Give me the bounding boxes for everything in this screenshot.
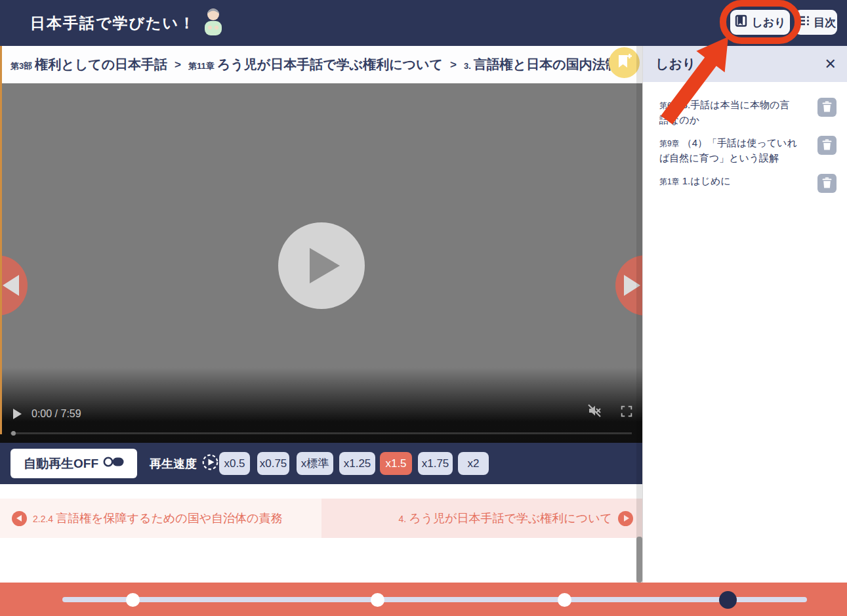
toc-list-icon xyxy=(796,14,810,30)
speed-button-1-5-selected[interactable]: x1.5 xyxy=(380,452,412,475)
bookmarks-button-label: しおり xyxy=(751,15,785,30)
bookmark-item: 第6章3.手話は本当に本物の言語なのか xyxy=(659,98,837,127)
fullscreen-icon[interactable] xyxy=(619,404,634,421)
bookmark-icon xyxy=(734,14,748,31)
seek-bar[interactable] xyxy=(10,432,632,434)
delete-bookmark-button[interactable] xyxy=(817,98,837,117)
page-edge-stripe xyxy=(0,46,2,434)
breadcrumb-item-chapter: 第11章 ろう児が日本手話で学ぶ権利について xyxy=(188,56,443,73)
play-icon[interactable] xyxy=(13,409,22,419)
video-controls: 0:00 / 7:59 xyxy=(0,367,642,443)
close-icon[interactable]: ✕ xyxy=(825,56,837,73)
app-title: 日本手話で学びたい！ xyxy=(30,13,196,33)
delete-bookmark-button[interactable] xyxy=(817,136,837,155)
trash-icon xyxy=(822,139,832,152)
prev-section-title: 言語権を保障するための国や自治体の責務 xyxy=(56,512,282,525)
breadcrumb-item-part: 第3部 権利としての日本手話 xyxy=(10,56,167,73)
bookmark-link[interactable]: 第9章（4）「手話は使っていれば自然に育つ」という誤解 xyxy=(659,136,798,165)
prev-video-button[interactable] xyxy=(0,255,28,316)
seek-knob[interactable] xyxy=(11,431,16,436)
breadcrumb-item-section: 3. 言語権と日本の国内法制 xyxy=(464,56,619,73)
speed-button-normal[interactable]: x標準 xyxy=(297,452,333,475)
next-section-number: 4. xyxy=(399,514,407,524)
signer-avatar-icon xyxy=(202,7,224,39)
section-pager: 2.2.4言語権を保障するための国や自治体の責務 4.ろう児が日本手話で学ぶ権利… xyxy=(0,499,642,538)
scrollbar-thumb[interactable] xyxy=(636,537,642,583)
bookmarks-panel-title: しおり xyxy=(655,55,695,73)
bookmarks-panel: しおり ✕ 第6章3.手話は本当に本物の言語なのか xyxy=(642,46,847,583)
bookmark-title: （4）「手話は使っていれば自然に育つ」という誤解 xyxy=(659,137,797,163)
video-player[interactable]: 0:00 / 7:59 xyxy=(0,83,642,443)
breadcrumb-label: 権利としての日本手話 xyxy=(35,56,167,73)
bookmark-item: 第9章（4）「手話は使っていれば自然に育つ」という誤解 xyxy=(659,136,837,165)
bookmarks-button[interactable]: しおり xyxy=(730,10,790,35)
speed-label-wrap: 再生速度 xyxy=(150,443,219,484)
breadcrumb-label: 言語権と日本の国内法制 xyxy=(474,56,619,73)
breadcrumb: 第3部 権利としての日本手話 > 第11章 ろう児が日本手話で学ぶ権利について … xyxy=(0,46,642,83)
next-section-link[interactable]: 4.ろう児が日本手話で学ぶ権利について xyxy=(321,499,642,538)
autoplay-label: 自動再生OFF xyxy=(24,455,98,472)
toc-button-label: 目次 xyxy=(814,15,836,30)
bookmark-link[interactable]: 第1章1.はじめに xyxy=(659,174,798,189)
prev-arrow-icon xyxy=(12,511,27,526)
breadcrumb-separator: > xyxy=(450,58,457,72)
next-section-title: ろう児が日本手話で学ぶ権利について xyxy=(409,512,612,525)
speed-dial-icon xyxy=(201,453,219,474)
prev-section-label: 2.2.4言語権を保障するための国や自治体の責務 xyxy=(33,510,283,526)
mute-icon[interactable] xyxy=(587,403,602,421)
bookmark-add-icon xyxy=(617,53,632,72)
trash-icon xyxy=(822,101,832,114)
next-section-label: 4.ろう児が日本手話で学ぶ権利について xyxy=(399,510,612,526)
bookmark-list: 第6章3.手話は本当に本物の言語なのか 第9章（4）「手話は使っていれば自然に育… xyxy=(643,82,847,193)
breadcrumb-prefix: 3. xyxy=(464,61,471,71)
prev-section-number: 2.2.4 xyxy=(33,514,53,524)
scrollbar-track xyxy=(636,46,642,583)
breadcrumb-prefix: 第11章 xyxy=(188,60,215,72)
toggle-off-icon xyxy=(103,456,124,471)
breadcrumb-label: ろう児が日本手話で学ぶ権利について xyxy=(217,56,443,73)
course-progress-bar xyxy=(0,583,847,616)
autoplay-toggle-button[interactable]: 自動再生OFF xyxy=(10,449,137,478)
speed-button-0-75[interactable]: x0.75 xyxy=(257,452,289,475)
bookmarks-panel-header: しおり ✕ xyxy=(643,46,847,82)
page: 日本手話で学びたい！ しおり xyxy=(0,0,847,616)
progress-dot[interactable] xyxy=(126,593,140,607)
bookmark-item: 第1章1.はじめに xyxy=(659,174,837,193)
trash-icon xyxy=(822,177,832,190)
next-arrow-icon xyxy=(618,511,633,526)
speed-button-2[interactable]: x2 xyxy=(458,452,489,475)
toc-button[interactable]: 目次 xyxy=(795,10,837,35)
bookmark-chapter: 第1章 xyxy=(659,177,680,186)
breadcrumb-prefix: 第3部 xyxy=(10,60,32,72)
bookmark-chapter: 第9章 xyxy=(659,139,680,148)
speed-label: 再生速度 xyxy=(150,456,197,472)
video-time: 0:00 / 7:59 xyxy=(31,408,81,420)
progress-dot-current[interactable] xyxy=(719,591,737,609)
speed-button-1-75[interactable]: x1.75 xyxy=(418,452,453,475)
breadcrumb-separator: > xyxy=(175,58,181,72)
prev-section-link[interactable]: 2.2.4言語権を保障するための国や自治体の責務 xyxy=(0,499,321,538)
bookmark-chapter: 第6章 xyxy=(659,101,680,110)
prev-arrow-icon xyxy=(3,275,19,296)
playback-bar: 自動再生OFF 再生速度 x0.5 x0.75 x標準 x1.25 x1.5 x… xyxy=(0,443,642,484)
app-header: 日本手話で学びたい！ しおり xyxy=(0,0,847,46)
progress-dot[interactable] xyxy=(371,593,384,607)
bookmark-title: 1.はじめに xyxy=(682,175,731,186)
app-title-wrap: 日本手話で学びたい！ xyxy=(30,0,224,46)
speed-button-0-5[interactable]: x0.5 xyxy=(219,452,250,475)
delete-bookmark-button[interactable] xyxy=(817,174,837,193)
bookmark-link[interactable]: 第6章3.手話は本当に本物の言語なのか xyxy=(659,98,798,127)
progress-dot[interactable] xyxy=(558,593,571,607)
play-overlay-button[interactable] xyxy=(278,222,365,309)
play-icon xyxy=(310,248,340,283)
speed-button-1-25[interactable]: x1.25 xyxy=(339,452,375,475)
progress-track xyxy=(62,597,807,602)
add-bookmark-button[interactable] xyxy=(609,47,640,78)
